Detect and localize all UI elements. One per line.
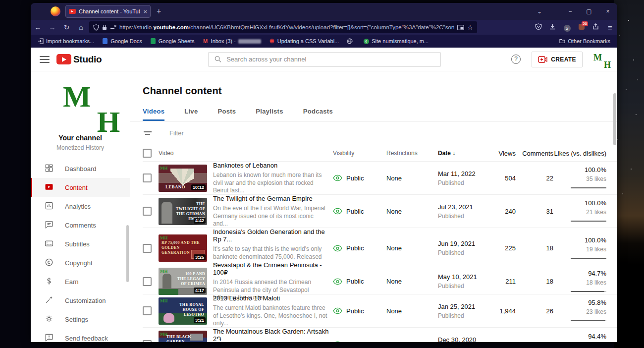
visibility-value[interactable]: Public — [346, 341, 364, 342]
firefox-icon[interactable] — [51, 6, 60, 16]
tab-podcasts[interactable]: Podcasts — [303, 108, 333, 121]
tab-close-icon[interactable]: × — [143, 8, 147, 15]
downloads-icon[interactable] — [545, 23, 560, 31]
restrictions-value: None — [386, 208, 438, 215]
visibility-value[interactable]: Public — [346, 307, 364, 315]
reload-button[interactable]: ↻ — [59, 23, 74, 31]
row-checkbox[interactable] — [143, 277, 152, 286]
bookmark-star-icon[interactable]: ☆ — [467, 24, 473, 31]
video-thumbnail[interactable]: MH Rp 75,000 and the Golden Generation 3… — [159, 234, 207, 262]
video-row[interactable]: MH 100 P and the Legacy of Crimea 4:17 S… — [143, 261, 617, 294]
tab-list-chevron-icon[interactable]: ⌄ — [530, 8, 549, 15]
sidebar-scrollbar[interactable] — [126, 225, 129, 282]
help-button[interactable]: ? — [511, 55, 521, 64]
import-icon — [38, 38, 44, 44]
account-avatar[interactable]: MH — [593, 53, 606, 66]
sidebar-item-label: Subtitles — [65, 240, 90, 248]
video-title[interactable]: Indonesia's Golden Generation and the Rp… — [213, 228, 333, 243]
bookmark-item[interactable]: M Inbox (3) - — [200, 37, 264, 45]
bookmark-item[interactable]: Google Docs — [99, 37, 145, 45]
search-input[interactable] — [226, 56, 434, 63]
sidebar-item-earn[interactable]: Earn — [31, 272, 130, 291]
views-value: 225 — [489, 244, 516, 252]
bookmark-item[interactable] — [344, 37, 358, 45]
content-scrollbar[interactable] — [613, 93, 616, 145]
video-thumbnail[interactable]: The Twilight of the German Empire 4:42 — [159, 198, 207, 225]
home-button[interactable]: ⌂ — [74, 23, 88, 31]
video-thumbnail[interactable]: MH The Black Garden — [159, 331, 207, 342]
picture-in-picture-icon[interactable] — [457, 25, 464, 30]
minimize-button[interactable]: − — [561, 8, 580, 15]
visibility-value[interactable]: Public — [346, 174, 364, 182]
row-checkbox[interactable] — [143, 244, 152, 253]
maximize-button[interactable]: ▢ — [580, 8, 598, 15]
col-date[interactable]: Date ↓ — [438, 150, 489, 157]
new-tab-button[interactable]: + — [157, 7, 161, 16]
sidebar-item-subtitles[interactable]: Subtitles — [31, 234, 130, 253]
back-button[interactable]: ← — [31, 23, 45, 31]
row-checkbox[interactable] — [143, 340, 152, 342]
browser-tab-active[interactable]: Channel content - YouTube Stu × — [65, 5, 151, 18]
tab-live[interactable]: Live — [184, 108, 198, 121]
sidebar-item-copyright[interactable]: Copyright — [31, 253, 130, 272]
visibility-value[interactable]: Public — [346, 208, 364, 215]
other-bookmarks-button[interactable]: Other Bookmarks — [556, 37, 613, 45]
video-thumbnail[interactable]: MH The Royal House of Lesotho 3:21 — [159, 297, 207, 325]
studio-logo[interactable]: Studio — [56, 54, 102, 65]
tab-playlists[interactable]: Playlists — [256, 108, 283, 121]
close-button[interactable]: × — [598, 8, 617, 15]
visibility-eye-icon — [333, 245, 342, 252]
permissions-icon[interactable] — [110, 25, 116, 30]
filter-bar[interactable]: Filter — [130, 121, 617, 145]
pocket-icon[interactable] — [531, 23, 545, 32]
select-all-checkbox[interactable] — [143, 149, 152, 158]
sidebar-item-send-feedback[interactable]: Send feedback — [31, 329, 130, 342]
forward-button[interactable]: → — [45, 23, 59, 31]
sidebar-item-dashboard[interactable]: Dashboard — [31, 159, 130, 178]
row-checkbox[interactable] — [143, 306, 152, 315]
video-title[interactable]: The Mountainous Black Garden: Artsakh 2֏ — [213, 328, 333, 342]
video-row[interactable]: MH Lebano 10:12 Banknotes of Lebanon Leb… — [143, 161, 617, 194]
lock-icon[interactable] — [102, 24, 107, 30]
create-button[interactable]: CREATE — [532, 52, 583, 67]
sidebar-item-label: Dashboard — [65, 165, 97, 173]
sidebar-item-settings[interactable]: Settings — [31, 310, 130, 329]
share-icon[interactable] — [589, 23, 603, 31]
extension-badge-icon[interactable]: 56 — [574, 23, 589, 32]
url-bar[interactable]: https://studio.youtube.com/channel/UC6KB… — [89, 21, 477, 33]
sidebar-item-content[interactable]: Content — [31, 178, 130, 197]
video-row[interactable]: MH The Black Garden The Mountainous Blac… — [143, 327, 617, 342]
visibility-value[interactable]: Public — [346, 244, 364, 252]
sidebar-item-customization[interactable]: Customization — [31, 291, 130, 310]
sidebar-item-label: Settings — [65, 316, 88, 323]
video-title[interactable]: 2013 Lesotho 10 Maloti — [213, 294, 330, 302]
video-title[interactable]: Sevastapol & the Crimean Peninsula - 100… — [213, 261, 333, 276]
sidebar-item-analytics[interactable]: Analytics — [31, 197, 130, 216]
bookmark-item[interactable]: ¢ Site numismatique, m... — [360, 37, 431, 45]
extension-s-icon[interactable]: S — [560, 23, 574, 32]
channel-search[interactable] — [208, 52, 441, 67]
sidebar-item-comments[interactable]: Comments — [31, 216, 130, 234]
bookmark-item[interactable]: Import bookmarks... — [35, 37, 97, 45]
channel-avatar[interactable]: MH — [63, 82, 98, 125]
tab-posts[interactable]: Posts — [217, 108, 236, 121]
video-title[interactable]: The Twilight of the German Empire — [213, 195, 330, 202]
menu-icon[interactable] — [40, 56, 50, 63]
video-row[interactable]: The Twilight of the German Empire 4:42 T… — [143, 194, 617, 228]
video-row[interactable]: MH The Royal House of Lesotho 3:21 2013 … — [143, 294, 617, 327]
video-title[interactable]: Banknotes of Lebanon — [213, 162, 330, 169]
video-thumbnail[interactable]: MH 100 P and the Legacy of Crimea 4:17 — [159, 268, 207, 295]
earn-icon — [44, 276, 54, 288]
row-checkbox[interactable] — [143, 174, 152, 182]
app-menu-icon[interactable]: ≡ — [603, 23, 617, 32]
shield-icon[interactable] — [93, 24, 99, 31]
video-row[interactable]: MH Rp 75,000 and the Golden Generation 3… — [143, 228, 617, 261]
bookmark-item[interactable]: ✱ Updating a CSS Variabl... — [266, 37, 342, 45]
tab-videos[interactable]: Videos — [143, 108, 164, 121]
bookmark-item[interactable]: Google Sheets — [147, 37, 198, 45]
row-checkbox[interactable] — [143, 207, 152, 216]
video-thumbnail[interactable]: MH Lebano 10:12 — [159, 165, 207, 192]
visibility-eye-icon — [333, 307, 342, 314]
visibility-eye-icon — [333, 208, 342, 215]
visibility-value[interactable]: Public — [346, 278, 364, 285]
